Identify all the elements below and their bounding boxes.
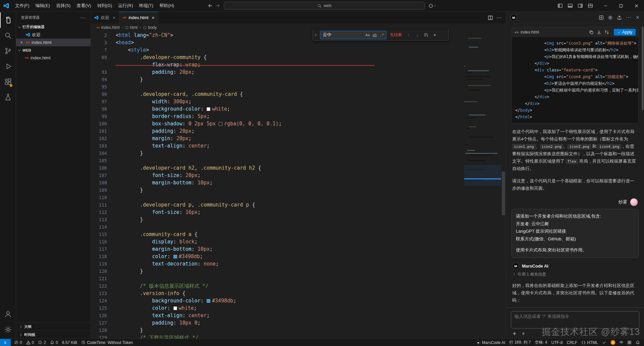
file-size-status[interactable]: 6.57 KiB [60,339,79,346]
timeline-section-header[interactable]: 时间线 [16,331,91,339]
folder-section-header[interactable]: WEB [16,46,91,54]
code-editor[interactable]: 2<html lang="zh-CN">3<head>7 <style>89 .… [91,32,506,339]
close-icon[interactable]: × [113,15,115,20]
run-debug-button[interactable] [0,59,16,74]
codetime-status[interactable]: CodeTime: Without Token [79,339,135,346]
code-line[interactable]: 114 [91,223,506,231]
breadcrumb-item[interactable]: html [125,25,138,30]
code-line[interactable]: 120 } [91,268,506,275]
code-line[interactable]: 94 } [91,76,506,83]
back-icon[interactable] [208,3,213,8]
code-line[interactable]: 107 font-size: 20px; [91,172,506,179]
errors-status[interactable]: 0 [12,339,24,346]
remote-button[interactable] [0,339,11,346]
open-editors-section-header[interactable]: 打开的编辑器 [16,23,91,31]
prev-match-icon[interactable]: ↑ [405,33,412,38]
code-line[interactable]: 105 [91,157,506,164]
line-number[interactable]: 2 [91,32,107,39]
menu-item[interactable]: 终端(T) [136,1,156,10]
extensions-button[interactable] [0,74,16,90]
line-number[interactable]: 99 [91,113,107,120]
match-case-icon[interactable]: Aa [364,33,371,38]
apply-button[interactable]: Apply [614,29,636,36]
line-number[interactable]: 111 [91,201,107,209]
line-number[interactable]: 106 [91,164,107,172]
code-line[interactable]: 106 .developer-card h2, .community-card … [91,164,506,172]
scrollbar-thumb[interactable] [502,172,505,215]
code-line[interactable]: 108 margin-bottom: 10px; [91,179,506,186]
maximize-icon[interactable] [613,0,629,12]
code-line[interactable]: 110 [91,194,506,201]
close-icon[interactable]: × [152,15,154,20]
assistant-icon[interactable] [428,3,436,8]
juejin-status[interactable]: S [608,339,618,346]
line-number[interactable]: 112 [91,209,107,216]
eol-status[interactable]: CRLF [565,339,579,346]
code-line[interactable]: 112 font-size: 16px; [91,209,506,216]
code-line[interactable]: flex-wrap: wrap; [91,61,506,68]
code-line[interactable]: 128 } [91,327,506,334]
code-line[interactable]: 124 background-color: #3498db; [91,297,506,304]
line-number[interactable]: 126 [91,312,107,319]
menu-item[interactable]: 帮助(H) [156,1,177,10]
line-number[interactable]: 7 [91,46,107,54]
line-number[interactable]: 122 [91,282,107,290]
settings-button[interactable] [0,322,16,337]
file-tree-item[interactable]: <>index.html [16,54,91,62]
menu-item[interactable]: 查看(V) [73,1,94,10]
bell-status[interactable] [634,339,642,346]
search-box[interactable]: web [224,2,425,10]
editor-tab[interactable]: <>index.html× [119,12,158,23]
line-number[interactable]: 95 [91,83,107,91]
breadcrumb-item[interactable]: <>index.html [96,25,120,30]
menu-item[interactable]: 转到(G) [94,1,115,10]
line-number[interactable]: 128 [91,327,107,334]
code-line[interactable]: 129 /* 下载引导区域样式 */ [91,334,506,339]
info-status[interactable]: 2 [36,339,48,346]
line-number[interactable]: 124 [91,297,107,304]
close-icon[interactable] [635,15,640,20]
test-flask-button[interactable] [0,90,16,105]
line-number[interactable]: 101 [91,127,107,135]
explorer-button[interactable] [0,12,16,28]
chat-input-box[interactable] [511,311,639,329]
line-number[interactable]: 96 [91,91,107,98]
line-number[interactable] [91,61,107,68]
line-number[interactable]: 100 [91,120,107,127]
line-number[interactable]: 117 [91,245,107,253]
code-line[interactable]: 119 text-decoration: none; [91,260,506,268]
language-status[interactable]: {}HTML [579,339,600,346]
open-editor-item[interactable]: ×<>index.html [16,39,91,46]
more-icon[interactable] [496,15,502,20]
more-icon[interactable] [626,15,631,20]
format-status[interactable] [600,339,608,346]
line-number[interactable]: 3 [91,39,107,46]
code-line[interactable]: 125 color: white; [91,304,506,312]
menu-item[interactable]: 运行(R) [115,1,136,10]
code-line[interactable]: 116 display: block; [91,238,506,245]
line-number[interactable]: 97 [91,98,107,105]
breadcrumb-item[interactable]: body [143,25,157,30]
toggle-secondary-sidebar-icon[interactable] [576,1,585,10]
code-line[interactable]: 97 width: 300px; [91,98,506,105]
menu-item[interactable]: 文件(F) [12,1,33,10]
layout-grid-status[interactable] [625,339,634,346]
more-actions-icon[interactable]: ··· [80,15,86,20]
code-line[interactable]: 101 padding: 20px; [91,127,506,135]
customize-layout-icon[interactable] [586,1,595,10]
line-number[interactable]: 120 [91,268,107,275]
share-icon[interactable] [617,15,622,20]
regex-icon[interactable]: .* [379,33,385,38]
code-line[interactable]: 95 [91,83,506,91]
code-line[interactable]: 96 .developer-card, .community-card { [91,91,506,98]
editor-scrollbar[interactable] [501,32,506,339]
code-line[interactable]: 122 /* 版本信息展示区域样式 */ [91,282,506,290]
warnings-status[interactable]: 0 [24,339,36,346]
code-line[interactable]: 7 <style> [91,46,506,54]
line-number[interactable]: 105 [91,157,107,164]
line-number[interactable]: 94 [91,76,107,83]
line-number[interactable]: 113 [91,216,107,223]
new-chat-icon[interactable] [599,15,604,20]
code-line[interactable]: 93 padding: 20px; [91,68,506,76]
code-line[interactable]: 109 } [91,186,506,194]
